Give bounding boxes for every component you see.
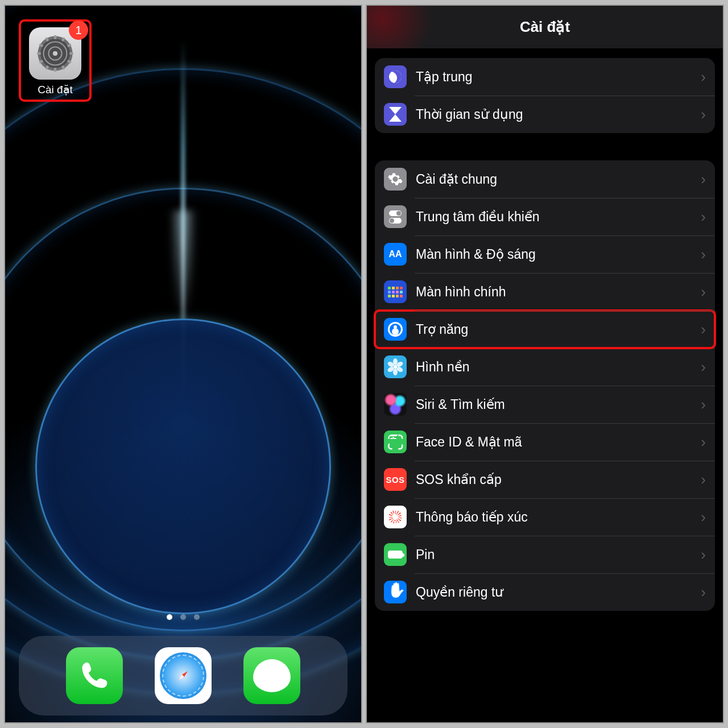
- page-dot-1: [167, 614, 172, 620]
- row-label: SOS khẩn cấp: [416, 472, 701, 487]
- row-battery[interactable]: Pin ›: [375, 536, 715, 573]
- chevron-right-icon: ›: [701, 171, 706, 188]
- row-accessibility[interactable]: Trợ năng ›: [375, 311, 715, 348]
- page-dot-2: [180, 614, 186, 620]
- svg-rect-4: [54, 35, 56, 39]
- svg-marker-7: [179, 675, 184, 680]
- safari-app-icon[interactable]: [155, 647, 212, 704]
- row-focus[interactable]: Tập trung ›: [375, 58, 715, 96]
- compass-icon: [160, 652, 206, 699]
- siri-icon: [384, 393, 407, 416]
- messages-app-icon[interactable]: [243, 647, 300, 704]
- row-display[interactable]: AA Màn hình & Độ sáng ›: [375, 235, 715, 273]
- dock: [19, 636, 348, 715]
- chevron-right-icon: ›: [701, 246, 706, 263]
- page-indicator[interactable]: [167, 614, 200, 620]
- page-title: Cài đặt: [520, 18, 570, 36]
- settings-app-icon[interactable]: 1: [29, 27, 81, 80]
- settings-group-1: Tập trung › Thời gian sử dụng ›: [375, 58, 715, 133]
- row-sos[interactable]: SOS SOS khẩn cấp ›: [375, 461, 715, 498]
- row-exposure[interactable]: Thông báo tiếp xúc ›: [375, 498, 715, 536]
- sos-icon: SOS: [384, 468, 407, 491]
- phone-icon: [78, 660, 110, 692]
- hourglass-icon: [384, 103, 407, 126]
- svg-point-5: [53, 51, 57, 56]
- aa-icon: AA: [384, 243, 407, 266]
- chevron-right-icon: ›: [701, 433, 706, 451]
- page-dot-3: [194, 614, 200, 620]
- row-label: Siri & Tìm kiếm: [416, 397, 701, 412]
- accessibility-icon: [384, 318, 407, 341]
- moon-icon: [384, 65, 407, 88]
- notification-badge: 1: [69, 20, 88, 40]
- chevron-right-icon: ›: [701, 106, 706, 123]
- settings-app-label: Cài đặt: [24, 83, 86, 96]
- row-label: Trợ năng: [416, 322, 701, 337]
- row-label: Tập trung: [416, 69, 701, 85]
- row-homescreen[interactable]: Màn hình chính ›: [375, 273, 715, 311]
- chevron-right-icon: ›: [701, 208, 706, 226]
- chevron-right-icon: ›: [701, 508, 706, 526]
- row-label: Face ID & Mật mã: [416, 435, 701, 450]
- row-label: Màn hình chính: [416, 284, 701, 300]
- switches-icon: [384, 205, 407, 228]
- row-label: Pin: [416, 547, 701, 562]
- battery-icon: [384, 543, 407, 566]
- highlight-box-settings-app: 1 Cài đặt: [19, 19, 92, 102]
- gear-icon: [36, 34, 75, 73]
- phone-app-icon[interactable]: [66, 647, 123, 704]
- row-controlcenter[interactable]: Trung tâm điều khiển ›: [375, 198, 715, 235]
- settings-screen: Cài đặt Tập trung › Thời gian sử dụng › …: [366, 5, 724, 723]
- row-wallpaper[interactable]: Hình nền ›: [375, 348, 715, 386]
- chevron-right-icon: ›: [701, 471, 706, 489]
- row-general[interactable]: Cài đặt chung ›: [375, 160, 715, 198]
- chevron-right-icon: ›: [701, 283, 706, 301]
- settings-group-2: Cài đặt chung › Trung tâm điều khiển › A…: [375, 160, 715, 611]
- row-privacy[interactable]: Quyền riêng tư ›: [375, 573, 715, 611]
- svg-marker-6: [179, 671, 188, 680]
- speech-bubble-icon: [253, 659, 291, 692]
- row-label: Trung tâm điều khiển: [416, 209, 701, 225]
- row-label: Hình nền: [416, 359, 701, 375]
- chevron-right-icon: ›: [701, 321, 706, 338]
- flower-icon: [384, 355, 407, 378]
- gear-icon: [384, 168, 407, 191]
- row-screentime[interactable]: Thời gian sử dụng ›: [375, 96, 715, 133]
- hand-icon: [384, 581, 407, 603]
- settings-scroll[interactable]: Tập trung › Thời gian sử dụng › Cài đặt …: [367, 49, 723, 722]
- chevron-right-icon: ›: [701, 546, 706, 564]
- chevron-right-icon: ›: [701, 358, 706, 376]
- faceid-icon: [384, 431, 407, 453]
- row-siri[interactable]: Siri & Tìm kiếm ›: [375, 386, 715, 423]
- appgrid-icon: [384, 280, 407, 303]
- row-label: Màn hình & Độ sáng: [416, 247, 701, 262]
- row-faceid[interactable]: Face ID & Mật mã ›: [375, 423, 715, 461]
- chevron-right-icon: ›: [701, 396, 706, 413]
- row-label: Thời gian sử dụng: [416, 107, 701, 122]
- chevron-right-icon: ›: [701, 584, 706, 601]
- row-label: Thông báo tiếp xúc: [416, 510, 701, 525]
- settings-header: Cài đặt: [367, 6, 723, 49]
- row-label: Cài đặt chung: [416, 172, 701, 187]
- chevron-right-icon: ›: [701, 68, 706, 86]
- home-screen: 1 Cài đặt: [4, 5, 362, 723]
- exposure-icon: [384, 506, 407, 528]
- row-label: Quyền riêng tư: [416, 585, 701, 600]
